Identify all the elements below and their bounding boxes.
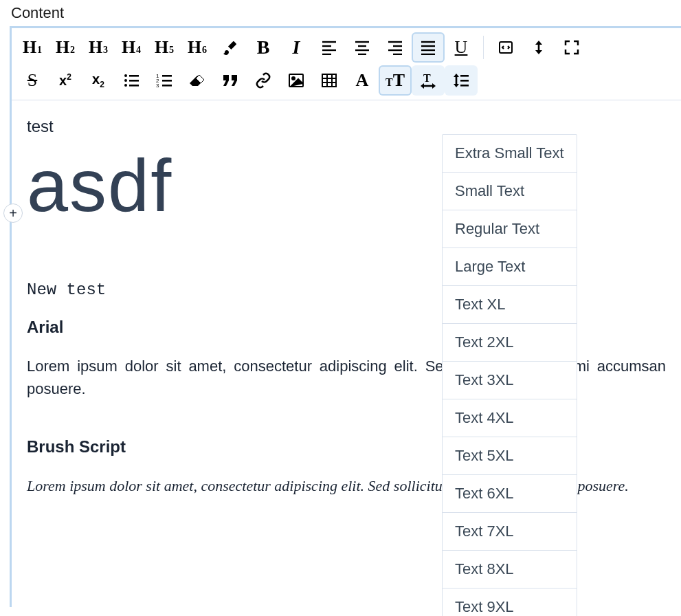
dropdown-item[interactable]: Text 8XL (443, 551, 577, 588)
svg-point-33 (292, 77, 295, 80)
svg-rect-34 (322, 74, 336, 87)
svg-point-20 (124, 74, 127, 77)
code-icon (498, 39, 514, 56)
image-button[interactable] (280, 65, 313, 96)
ordered-list-button[interactable]: 123 (148, 65, 181, 96)
code-view-button[interactable] (489, 32, 522, 63)
svg-rect-31 (162, 85, 172, 87)
editor-content[interactable]: test asdf New test Arial Lorem ipsum dol… (12, 100, 681, 526)
svg-rect-29 (162, 80, 172, 82)
strike-icon: S (27, 70, 37, 91)
italic-button[interactable]: I (280, 32, 313, 63)
quote-icon (222, 74, 238, 87)
plus-icon: + (9, 206, 17, 221)
svg-text:3: 3 (156, 82, 159, 88)
subscript-button[interactable]: x2 (82, 65, 115, 96)
dropdown-item[interactable]: Text 3XL (443, 362, 577, 399)
bold-icon: B (257, 36, 270, 58)
bold-button[interactable]: B (247, 32, 280, 63)
image-icon (288, 73, 304, 88)
align-right-button[interactable] (379, 32, 412, 63)
superscript-button[interactable]: x2 (49, 65, 82, 96)
svg-marker-42 (432, 83, 436, 89)
dropdown-item[interactable]: Text XL (443, 286, 577, 324)
line-height-button[interactable] (445, 65, 478, 96)
align-right-icon (387, 40, 403, 55)
align-left-button[interactable] (313, 32, 346, 63)
h3-button[interactable]: H3 (82, 32, 115, 63)
svg-point-24 (124, 84, 127, 87)
underline-icon: U (455, 37, 468, 58)
add-block-button[interactable]: + (3, 204, 23, 223)
h5-button[interactable]: H5 (148, 32, 181, 63)
line-height-icon (452, 72, 470, 89)
color-button[interactable] (214, 32, 247, 63)
h2-button[interactable]: H2 (49, 32, 82, 63)
font-icon: A (356, 70, 369, 91)
dropdown-item[interactable]: Regular Text (443, 210, 577, 248)
dropdown-item[interactable]: Text 6XL (443, 475, 577, 513)
font-size-button[interactable]: TT (379, 65, 412, 96)
font-family-button[interactable]: A (346, 65, 379, 96)
bullet-list-icon (123, 73, 139, 88)
svg-marker-19 (535, 50, 542, 54)
expand-icon (563, 39, 580, 56)
italic-icon: I (293, 36, 300, 58)
fullscreen-button[interactable] (555, 32, 588, 63)
font-size-icon: TT (386, 70, 405, 91)
h4-icon: H4 (122, 37, 141, 58)
dropdown-item[interactable]: Text 7XL (443, 513, 577, 551)
link-button[interactable] (247, 65, 280, 96)
svg-rect-18 (538, 44, 540, 51)
dropdown-item[interactable]: Text 9XL (443, 588, 577, 616)
underline-button[interactable]: U (445, 32, 478, 63)
dropdown-item[interactable]: Text 4XL (443, 399, 577, 437)
h5-icon: H5 (155, 37, 174, 58)
dropdown-item[interactable]: Text 2XL (443, 324, 577, 362)
toolbar-separator (483, 36, 484, 59)
dropdown-item[interactable]: Text 5XL (443, 437, 577, 475)
bullet-list-button[interactable] (115, 65, 148, 96)
svg-rect-41 (423, 85, 433, 87)
text-height-icon (531, 39, 546, 56)
dropdown-item[interactable]: Small Text (443, 173, 577, 210)
link-icon (255, 72, 271, 89)
eraser-button[interactable] (181, 65, 214, 96)
svg-rect-47 (460, 80, 469, 82)
blockquote-button[interactable] (214, 65, 247, 96)
superscript-icon: x2 (59, 72, 71, 89)
editor-frame: H1 H2 H3 H4 H5 H6 B I (10, 26, 681, 607)
strike-button[interactable]: S (16, 65, 49, 96)
align-justify-button[interactable] (412, 32, 445, 63)
font-size-dropdown: Extra Small Text Small Text Regular Text… (442, 134, 577, 616)
align-left-icon (321, 40, 337, 55)
align-center-icon (354, 40, 370, 55)
dropdown-item[interactable]: Large Text (443, 248, 577, 286)
h6-icon: H6 (188, 37, 207, 58)
caret-button[interactable] (522, 32, 555, 63)
h1-icon: H1 (23, 37, 42, 58)
svg-rect-27 (162, 75, 172, 77)
table-button[interactable] (313, 65, 346, 96)
subscript-icon: x2 (92, 72, 104, 89)
svg-rect-21 (129, 75, 139, 77)
svg-marker-45 (454, 84, 459, 87)
table-icon (321, 73, 337, 88)
svg-rect-48 (460, 85, 469, 87)
h1-button[interactable]: H1 (16, 32, 49, 63)
page-label: Content (0, 0, 681, 26)
svg-rect-44 (456, 76, 458, 85)
align-justify-icon (420, 40, 436, 55)
dropdown-item[interactable]: Extra Small Text (443, 135, 577, 173)
svg-point-22 (124, 79, 127, 82)
text-width-button[interactable]: T (412, 65, 445, 96)
eraser-icon (188, 74, 206, 87)
svg-rect-23 (129, 80, 139, 82)
toolbar: H1 H2 H3 H4 H5 H6 B I (12, 28, 681, 100)
svg-rect-25 (129, 85, 139, 87)
h4-button[interactable]: H4 (115, 32, 148, 63)
brush-icon (222, 39, 238, 56)
text-width-icon: T (419, 72, 437, 89)
align-center-button[interactable] (346, 32, 379, 63)
h6-button[interactable]: H6 (181, 32, 214, 63)
